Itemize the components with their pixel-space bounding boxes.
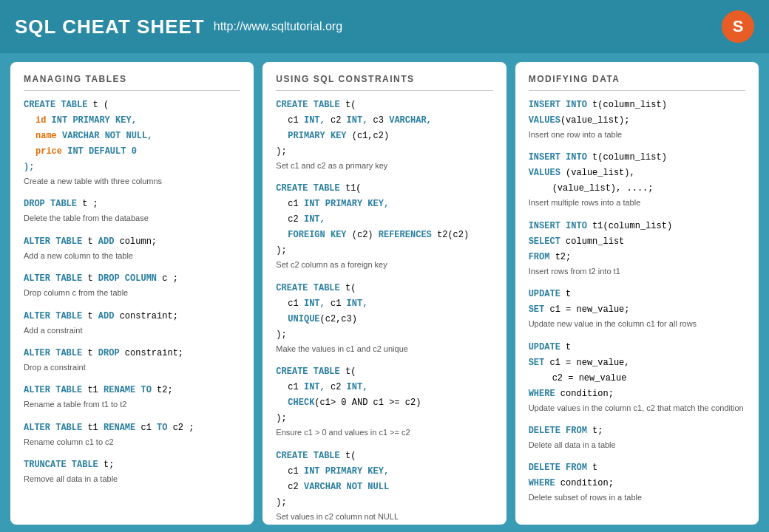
managing-tables-title: MANAGING TABLES — [24, 74, 240, 91]
logo: S — [722, 10, 754, 43]
modifying-data-card: MODIFYING DATA INSERT INTO t(column_list… — [515, 62, 759, 525]
header: SQL CHEAT SHEET http://www.sqltutorial.o… — [0, 0, 769, 53]
modifying-data-title: MODIFYING DATA — [529, 74, 745, 91]
page-title: SQL CHEAT SHEET — [15, 16, 205, 38]
managing-tables-card: MANAGING TABLES CREATE TABLE t ( id INT … — [10, 62, 254, 525]
sql-constraints-card: USING SQL CONSTRAINTS CREATE TABLE t( c1… — [262, 62, 506, 525]
sql-constraints-title: USING SQL CONSTRAINTS — [276, 74, 492, 91]
header-url: http://www.sqltutorial.org — [214, 20, 342, 33]
